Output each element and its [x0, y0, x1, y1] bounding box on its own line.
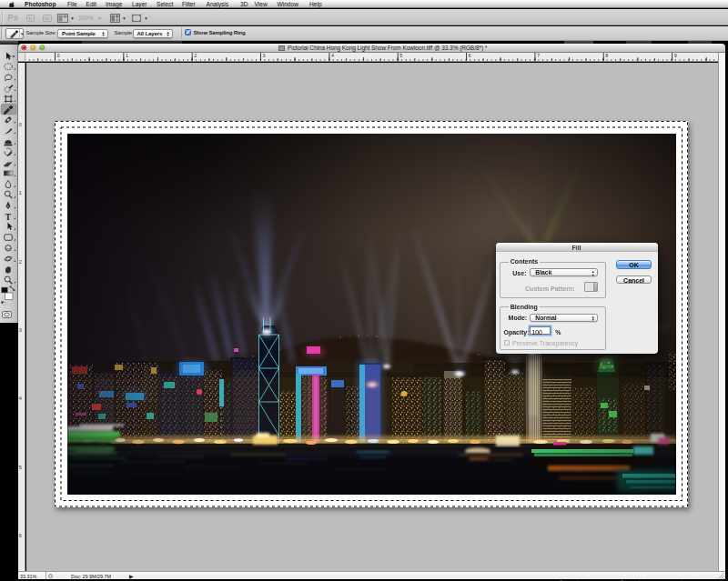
- svg-text:T: T: [5, 212, 12, 221]
